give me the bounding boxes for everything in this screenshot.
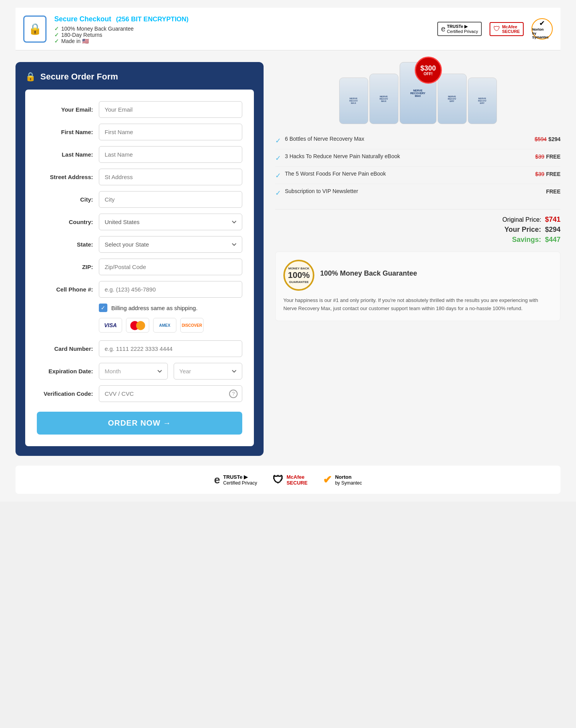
last-name-input[interactable] — [99, 146, 242, 163]
phone-row: Cell Phone #: — [37, 281, 242, 298]
savings-value: $447 — [545, 236, 560, 243]
lock-icon: 🔒 — [28, 22, 42, 35]
footer-badges: e TRUSTe ▶Certified Privacy 🛡 McAfeeSECU… — [16, 466, 560, 494]
offer-item-2: ✓ 3 Hacks To Reduce Nerve Pain Naturally… — [275, 149, 560, 167]
sale-price-2: FREE — [546, 154, 560, 160]
page-header: 🔒 Secure Checkout (256 BIT ENCRYPTION) ✓… — [16, 8, 560, 50]
country-label: Country: — [37, 219, 99, 225]
footer-truste: e TRUSTe ▶Certified Privacy — [214, 474, 257, 486]
phone-input[interactable] — [99, 281, 242, 298]
city-input[interactable] — [99, 191, 242, 208]
email-input[interactable] — [99, 101, 242, 118]
guarantee-section: MONEY BACK 100% GUARANTEE 100% Money Bac… — [283, 260, 552, 291]
truste-icon: e — [441, 24, 445, 33]
offer-check-2: ✓ — [275, 154, 281, 162]
title-text: Secure Checkout — [54, 15, 111, 23]
mastercard-icon: ⬤⬤ — [126, 318, 149, 333]
your-price-line: Your Price: $294 — [275, 226, 560, 234]
state-row: State: Select your State Alabama Alaska … — [37, 236, 242, 253]
form-inner: Your Email: First Name: Last Name: Stree… — [25, 90, 254, 446]
sale-price-4: FREE — [546, 188, 560, 195]
offer-text-2: 3 Hacks To Reduce Nerve Pain Naturally e… — [285, 153, 531, 159]
first-name-input[interactable] — [99, 124, 242, 140]
your-price-label: Your Price: — [504, 226, 541, 233]
zip-input[interactable] — [99, 259, 242, 275]
form-lock-icon: 🔒 — [25, 72, 36, 82]
bullet-3: ✓ Made in 🇺🇸 — [54, 38, 189, 44]
encryption-text: (256 BIT ENCRYPTION) — [116, 16, 188, 23]
savings-label: Savings: — [512, 236, 541, 243]
street-input[interactable] — [99, 169, 242, 185]
email-label: Your Email: — [37, 106, 99, 113]
zip-label: ZIP: — [37, 264, 99, 270]
main-content: 🔒 Secure Order Form Your Email: First Na… — [16, 62, 560, 456]
offer-item-1: ✓ 6 Bottles of Nerve Recovery Max $594 $… — [275, 132, 560, 149]
form-panel-title: Secure Order Form — [40, 72, 118, 82]
offer-price-1: $594 $294 — [535, 136, 560, 143]
country-select[interactable]: United States Canada United Kingdom Aust… — [99, 214, 242, 230]
amex-icon: AMEX — [153, 318, 176, 333]
city-row: City: — [37, 191, 242, 208]
original-price-value: $741 — [545, 216, 560, 223]
expiry-selects: Month January February March April May J… — [99, 363, 242, 380]
last-name-label: Last Name: — [37, 151, 99, 158]
discount-badge: $300 OFF! — [415, 57, 442, 84]
offer-text-1: 6 Bottles of Nerve Recovery Max — [285, 136, 531, 142]
first-name-row: First Name: — [37, 124, 242, 140]
norton-badge: ✔ Nortonby Symantec — [531, 18, 553, 40]
cvv-help-icon[interactable]: ? — [229, 390, 238, 398]
street-label: Street Address: — [37, 174, 99, 180]
footer-norton: ✔ Nortonby Symantec — [323, 473, 362, 486]
city-label: City: — [37, 196, 99, 203]
pricing-summary: Original Price: $741 Your Price: $294 Sa… — [275, 209, 560, 244]
email-row: Your Email: — [37, 101, 242, 118]
country-row: Country: United States Canada United Kin… — [37, 214, 242, 230]
original-price-line: Original Price: $741 — [275, 216, 560, 224]
header-bullets: ✓ 100% Money Back Guarantee ✓ 180-Day Re… — [54, 26, 189, 44]
original-price-1: $594 — [535, 136, 547, 142]
card-number-row: Card Number: — [37, 340, 242, 357]
truste-badge: e TRUSTe ▶Certified Privacy — [437, 22, 482, 36]
cvv-label: Verification Code: — [37, 390, 99, 397]
sale-price-3: FREE — [546, 171, 560, 177]
trust-badges: e TRUSTe ▶Certified Privacy 🛡 McAfeeSECU… — [437, 18, 553, 40]
bullet-2: ✓ 180-Day Returns — [54, 32, 189, 38]
billing-label: Billing address same as shipping. — [111, 305, 198, 311]
cvv-wrap: ? — [99, 385, 242, 402]
year-select[interactable]: Year 2024 2025 2026 2027 2028 2029 2030 — [174, 363, 243, 380]
bottle-5: NERVERECOVERY — [468, 78, 497, 124]
phone-label: Cell Phone #: — [37, 286, 99, 293]
first-name-label: First Name: — [37, 129, 99, 135]
guarantee-card: MONEY BACK 100% GUARANTEE 100% Money Bac… — [275, 252, 560, 321]
sale-price-1: $294 — [548, 136, 560, 142]
bullet-1: ✓ 100% Money Back Guarantee — [54, 26, 189, 32]
check-icon-1: ✓ — [54, 26, 59, 32]
footer-mcafee-icon: 🛡 — [272, 473, 283, 486]
month-select[interactable]: Month January February March April May J… — [99, 363, 168, 380]
footer-truste-icon: e — [214, 474, 220, 486]
savings-line: Savings: $447 — [275, 236, 560, 244]
cvv-row: Verification Code: ? — [37, 385, 242, 402]
original-price-2: $39 — [535, 154, 544, 160]
bottles-container: NERVERECOVMAX NERVERECOVMAX $300 OFF! NE… — [339, 62, 497, 124]
mcafee-icon: 🛡 — [493, 25, 500, 33]
card-icons: VISA ⬤⬤ AMEX DISCOVER — [99, 318, 242, 333]
cvv-input[interactable] — [99, 385, 242, 402]
offer-price-3: $39 FREE — [535, 171, 560, 178]
offer-price-2: $39 FREE — [535, 153, 560, 160]
billing-checkbox[interactable]: ✓ — [99, 304, 107, 312]
original-price-label: Original Price: — [502, 216, 541, 223]
product-image: NERVERECOVMAX NERVERECOVMAX $300 OFF! NE… — [275, 62, 560, 124]
truste-text: TRUSTe ▶Certified Privacy — [447, 24, 478, 34]
bottle-main: $300 OFF! NERVERECOVERYMAX — [400, 62, 436, 124]
card-number-input[interactable] — [99, 340, 242, 357]
state-select[interactable]: Select your State Alabama Alaska Arizona… — [99, 236, 242, 253]
billing-row[interactable]: ✓ Billing address same as shipping. — [99, 304, 242, 312]
header-title: Secure Checkout (256 BIT ENCRYPTION) — [54, 14, 189, 24]
form-panel: 🔒 Secure Order Form Your Email: First Na… — [16, 62, 264, 456]
offer-price-4: FREE — [546, 188, 560, 195]
mcafee-text: McAfeeSECURE — [502, 24, 520, 34]
order-now-button[interactable]: ORDER NOW → — [37, 412, 242, 435]
norton-text: Nortonby Symantec — [532, 28, 552, 39]
last-name-row: Last Name: — [37, 146, 242, 163]
